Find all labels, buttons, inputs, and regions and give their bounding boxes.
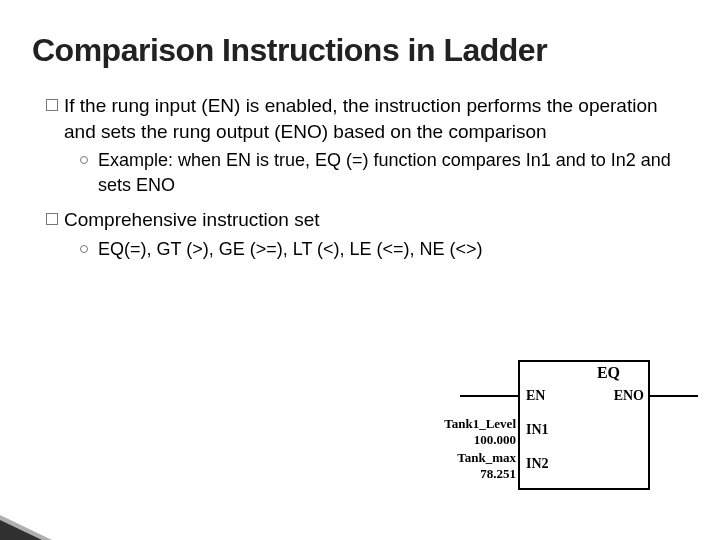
bullet-text: Comprehensive instruction set: [64, 207, 688, 233]
square-bullet-icon: [46, 99, 58, 111]
wire-eno: [648, 395, 698, 397]
bullet-text: If the rung input (EN) is enabled, the i…: [64, 93, 688, 144]
function-block-diagram: EQ EN ENO IN1 IN2 Tank1_Level 100.000 Ta…: [518, 360, 650, 490]
corner-decoration-dark-icon: [0, 520, 42, 540]
page-title: Comparison Instructions in Ladder: [32, 32, 688, 69]
bullet-list: If the rung input (EN) is enabled, the i…: [46, 93, 688, 261]
in1-tag: Tank1_Level: [444, 416, 516, 431]
port-in1-label: IN1: [526, 422, 549, 438]
square-bullet-icon: [46, 213, 58, 225]
port-eno-label: ENO: [614, 388, 644, 404]
bullet-subitem: EQ(=), GT (>), GE (>=), LT (<), LE (<=),…: [80, 237, 688, 261]
bullet-text: EQ(=), GT (>), GE (>=), LT (<), LE (<=),…: [98, 237, 688, 261]
circle-bullet-icon: [80, 156, 88, 164]
bullet-subitem: Example: when EN is true, EQ (=) functio…: [80, 148, 688, 197]
slide: Comparison Instructions in Ladder If the…: [0, 0, 720, 540]
in2-value: 78.251: [480, 466, 516, 481]
bullet-item: If the rung input (EN) is enabled, the i…: [46, 93, 688, 144]
in2-tag: Tank_max: [457, 450, 516, 465]
wire-en: [460, 395, 520, 397]
block-name: EQ: [597, 364, 620, 382]
bullet-item: Comprehensive instruction set: [46, 207, 688, 233]
port-en-label: EN: [526, 388, 545, 404]
port-in2-label: IN2: [526, 456, 549, 472]
in1-external-label: Tank1_Level 100.000: [430, 416, 516, 447]
bullet-text: Example: when EN is true, EQ (=) functio…: [98, 148, 688, 197]
eq-function-block: EQ EN ENO IN1 IN2 Tank1_Level 100.000 Ta…: [518, 360, 650, 490]
circle-bullet-icon: [80, 245, 88, 253]
in2-external-label: Tank_max 78.251: [430, 450, 516, 481]
in1-value: 100.000: [474, 432, 516, 447]
